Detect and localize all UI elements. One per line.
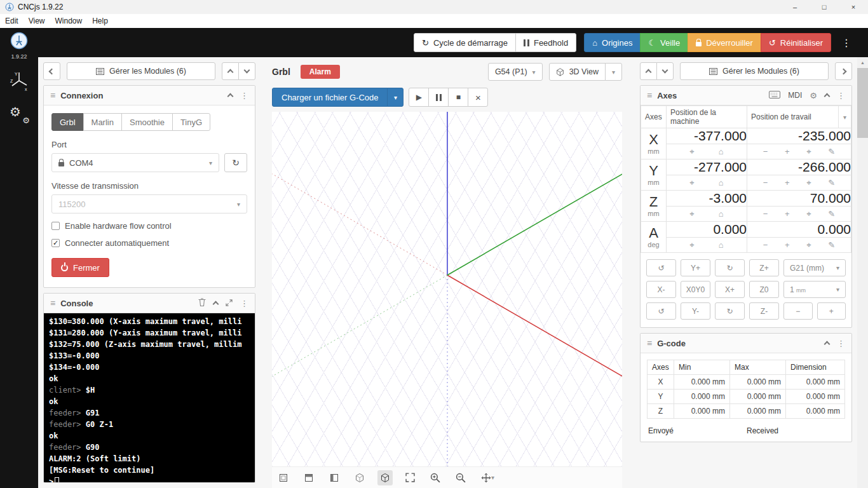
increase-work-button[interactable]: +: [783, 210, 791, 218]
view-top-icon[interactable]: [276, 470, 291, 485]
jog-corner-top-left-button[interactable]: ↺: [646, 259, 676, 276]
view-front-icon[interactable]: [301, 470, 316, 485]
scroll-up-arrow[interactable]: ▲: [857, 57, 868, 68]
app-logo[interactable]: [10, 32, 28, 52]
close-window-button[interactable]: ×: [839, 0, 868, 14]
increase-work-button[interactable]: +: [783, 179, 791, 187]
home-axis-button[interactable]: ⌂: [717, 210, 725, 218]
zoom-out-icon[interactable]: [453, 470, 468, 485]
jog-x-plus-button[interactable]: X+: [715, 281, 745, 298]
scrollbar-thumb[interactable]: [857, 68, 868, 138]
view-mode-dropdown[interactable]: 3D View: [549, 63, 606, 81]
settings-gears-icon[interactable]: ⚙ ⚙: [8, 104, 30, 123]
sleep-button[interactable]: ☾ Veille: [640, 33, 688, 52]
load-gcode-button[interactable]: Charger un fichier G-Code: [272, 88, 388, 107]
tab-grbl[interactable]: Grbl: [51, 113, 84, 131]
view-iso-icon[interactable]: [352, 470, 367, 485]
widget-menu-icon[interactable]: ⋮: [240, 299, 248, 308]
zoom-fit-icon[interactable]: [403, 470, 417, 485]
tab-smoothie[interactable]: Smoothie: [121, 113, 173, 131]
maximize-button[interactable]: □: [810, 0, 839, 14]
reset-button[interactable]: ↺ Réinitialiser: [761, 33, 831, 52]
units-dropdown[interactable]: G21 (mm)▾: [783, 259, 846, 276]
jog-corner-bottom-right-button[interactable]: ↻: [715, 302, 745, 320]
unload-button[interactable]: ×: [468, 88, 488, 107]
mdi-button[interactable]: MDI: [788, 91, 802, 100]
home-axis-button[interactable]: ⌂: [717, 241, 725, 249]
load-gcode-dropdown[interactable]: ▾: [387, 88, 403, 107]
zero-work-button[interactable]: ⌖: [805, 241, 812, 249]
increase-work-button[interactable]: +: [783, 147, 791, 156]
menu-help[interactable]: Help: [87, 14, 113, 28]
edit-work-button[interactable]: ✎: [827, 241, 836, 249]
axes-settings-icon[interactable]: ⚙: [810, 91, 817, 100]
decrease-work-button[interactable]: −: [762, 241, 770, 249]
drag-handle-icon[interactable]: ≡: [647, 90, 652, 100]
window-scrollbar[interactable]: ▲: [857, 57, 868, 488]
tab-tinyg[interactable]: TinyG: [172, 113, 210, 131]
tab-marlin[interactable]: Marlin: [83, 113, 122, 131]
view-options-dropdown[interactable]: ▾: [605, 63, 622, 81]
visualizer-3d[interactable]: [272, 112, 622, 466]
dro-menu-caret[interactable]: ▾: [843, 114, 846, 121]
drag-handle-icon[interactable]: ≡: [50, 298, 55, 308]
menu-window[interactable]: Window: [50, 14, 87, 28]
console-output[interactable]: $130=380.000 (X-axis maximum travel, mil…: [44, 313, 255, 482]
zoom-in-icon[interactable]: [428, 470, 443, 485]
zero-machine-button[interactable]: ⌖: [688, 147, 695, 156]
run-button[interactable]: ▶: [409, 88, 429, 107]
jog-z-plus-button[interactable]: Z+: [749, 259, 779, 276]
stop-button[interactable]: ■: [448, 88, 468, 107]
port-select[interactable]: COM4 ▾: [51, 153, 219, 172]
edit-work-button[interactable]: ✎: [827, 147, 836, 156]
pan-icon[interactable]: ▾: [478, 470, 497, 485]
step-dropdown[interactable]: 1 mm▾: [783, 281, 846, 298]
move-widget-down-button[interactable]: [238, 62, 255, 80]
collapse-left-panel-button[interactable]: [43, 62, 60, 80]
keyboard-shortcuts-icon[interactable]: [769, 91, 780, 100]
decrease-work-button[interactable]: −: [762, 147, 770, 156]
baudrate-select[interactable]: 115200 ▾: [51, 194, 247, 214]
widget-menu-icon[interactable]: ⋮: [837, 91, 845, 100]
collapse-widget-icon[interactable]: [824, 93, 831, 100]
zero-work-button[interactable]: ⌖: [805, 147, 812, 156]
decrease-work-button[interactable]: −: [762, 210, 770, 218]
step-decrease-button[interactable]: −: [783, 302, 813, 320]
header-menu-icon[interactable]: ⋮: [841, 37, 851, 49]
flow-control-checkbox[interactable]: Enable hardware flow control: [51, 221, 247, 231]
drag-handle-icon[interactable]: ≡: [50, 90, 55, 100]
close-connection-button[interactable]: Fermer: [51, 258, 109, 277]
manage-widgets-button-left[interactable]: Gérer les Modules (6): [67, 62, 215, 80]
refresh-ports-button[interactable]: ↻: [224, 153, 247, 172]
increase-work-button[interactable]: +: [783, 241, 791, 249]
menu-edit[interactable]: Edit: [0, 14, 24, 28]
collapse-widget-icon[interactable]: [227, 93, 234, 100]
jog-x-minus-button[interactable]: X-: [646, 281, 676, 298]
widget-menu-icon[interactable]: ⋮: [240, 91, 248, 100]
unlock-button[interactable]: Déverrouiller: [688, 33, 761, 52]
edit-work-button[interactable]: ✎: [827, 210, 836, 218]
widget-menu-icon[interactable]: ⋮: [837, 339, 845, 348]
home-axis-button[interactable]: ⌂: [717, 147, 725, 156]
workspace-axes-icon[interactable]: Y Z x: [9, 70, 29, 94]
jog-corner-bottom-left-button[interactable]: ↺: [646, 302, 676, 320]
drag-handle-icon[interactable]: ≡: [647, 338, 652, 348]
decrease-work-button[interactable]: −: [762, 179, 770, 187]
wcs-dropdown[interactable]: G54 (P1) ▾: [488, 63, 543, 81]
edit-work-button[interactable]: ✎: [827, 179, 836, 187]
zero-machine-button[interactable]: ⌖: [688, 241, 695, 249]
home-axis-button[interactable]: ⌂: [717, 179, 725, 187]
jog-z-minus-button[interactable]: Z-: [749, 302, 779, 320]
collapse-widget-icon[interactable]: [213, 301, 219, 308]
scroll-down-arrow[interactable]: [857, 477, 868, 488]
move-widget-down-button[interactable]: [656, 62, 674, 80]
minimize-button[interactable]: –: [780, 0, 810, 14]
collapse-right-panel-button[interactable]: [835, 62, 852, 80]
jog-z-zero-button[interactable]: Z0: [749, 281, 779, 298]
pause-button[interactable]: [428, 88, 449, 107]
jog-y-minus-button[interactable]: Y-: [681, 302, 710, 320]
trash-icon[interactable]: [198, 298, 206, 308]
step-increase-button[interactable]: +: [817, 302, 846, 320]
feedhold-button[interactable]: Feedhold: [515, 33, 576, 52]
autoconnect-checkbox[interactable]: ✓ Connecter automatiquement: [51, 238, 247, 248]
